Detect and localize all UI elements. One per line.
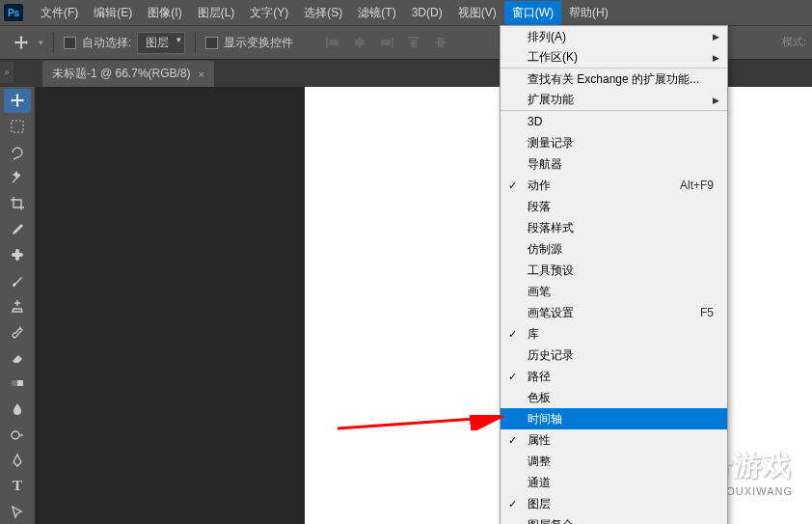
healing-tool[interactable] [4,243,31,267]
menu-item-label: 库 [528,326,539,343]
menu-3d[interactable]: 3D(D) [404,2,450,23]
svg-rect-1 [329,40,338,45]
menu-item-5[interactable]: 测量记录 [501,132,727,153]
svg-rect-4 [392,38,393,47]
menu-item-6[interactable]: 导航器 [501,153,727,175]
menu-window[interactable]: 窗口(W) [504,1,561,25]
menu-item-label: 排列(A) [528,29,566,45]
menu-item-10[interactable]: 仿制源 [501,238,727,260]
menu-item-2[interactable]: 查找有关 Exchange 的扩展功能... [501,69,727,90]
align-vcenter-icon [430,32,451,53]
svg-rect-7 [411,40,417,47]
check-icon: ✓ [508,498,517,510]
blur-tool[interactable] [4,398,31,422]
menu-item-label: 画笔设置 [528,305,574,321]
move-tool-icon [10,31,33,54]
gradient-tool[interactable] [4,372,31,396]
menu-item-label: 测量记录 [528,135,574,152]
menu-type[interactable]: 文字(Y) [242,1,296,25]
clone-stamp-tool[interactable] [4,294,31,318]
menu-item-9[interactable]: 段落样式 [501,217,727,238]
menu-item-7[interactable]: ✓动作Alt+F9 [501,175,727,196]
path-select-tool[interactable] [4,500,31,524]
menu-item-4[interactable]: 3D [501,111,727,132]
dodge-tool[interactable] [4,423,31,447]
shortcut-label: F5 [700,306,714,319]
menu-item-14[interactable]: ✓库 [501,323,727,345]
submenu-arrow-icon: ▶ [713,32,719,41]
menu-item-13[interactable]: 画笔设置F5 [501,302,727,323]
svg-rect-14 [12,380,17,386]
menu-item-1[interactable]: 工作区(K)▶ [501,47,727,69]
menu-item-12[interactable]: 画笔 [501,281,727,302]
menu-item-15[interactable]: 历史记录 [501,345,727,366]
menu-image[interactable]: 图像(I) [140,1,189,25]
pen-tool[interactable] [4,449,31,473]
document-tab[interactable]: 未标题-1 @ 66.7%(RGB/8) × [42,61,214,87]
menubar: Ps 文件(F) 编辑(E) 图像(I) 图层(L) 文字(Y) 选择(S) 滤… [0,0,812,25]
menu-item-3[interactable]: 扩展功能▶ [501,90,727,111]
menu-item-21[interactable]: 通道 [501,472,727,493]
menu-item-20[interactable]: 调整 [501,451,727,472]
eraser-tool[interactable] [4,345,31,370]
brush-tool[interactable] [4,268,31,292]
menu-view[interactable]: 视图(V) [450,1,504,25]
align-top-icon [403,32,424,53]
menu-item-22[interactable]: ✓图层 [501,493,727,514]
menu-item-label: 通道 [528,475,551,491]
menu-item-label: 段落 [528,199,551,215]
auto-select-label: 自动选择: [82,35,131,51]
magic-wand-tool[interactable] [4,166,31,190]
menu-item-8[interactable]: 段落 [501,196,727,217]
show-transform-checkbox[interactable] [205,37,218,49]
menu-item-0[interactable]: 排列(A)▶ [501,26,727,47]
divider [53,32,54,53]
menu-item-label: 工具预设 [528,262,574,279]
menu-filter[interactable]: 滤镜(T) [350,1,403,25]
move-tool[interactable] [4,89,31,113]
menu-layer[interactable]: 图层(L) [190,1,243,25]
marquee-tool[interactable] [4,115,31,139]
svg-rect-0 [326,38,328,47]
eyedropper-tool[interactable] [4,217,31,241]
menu-item-18[interactable]: 时间轴 [501,408,727,429]
menu-item-label: 动作 [528,178,551,194]
close-icon[interactable]: × [199,69,204,80]
ps-logo: Ps [4,4,23,21]
menu-item-label: 属性 [528,432,551,449]
crop-tool[interactable] [4,192,31,216]
panel-collapse-handle[interactable]: » [0,62,14,83]
menu-item-label: 色板 [528,390,551,406]
menu-item-17[interactable]: 色板 [501,387,727,408]
check-icon: ✓ [508,434,517,447]
check-icon: ✓ [508,328,517,341]
layer-select-dropdown[interactable]: 图层 [137,32,185,54]
lasso-tool[interactable] [4,140,31,164]
svg-rect-10 [12,121,23,132]
menu-item-label: 图层 [528,496,551,512]
svg-rect-12 [15,249,19,261]
align-hcenter-icon [349,32,370,53]
menu-item-label: 路径 [528,369,551,385]
type-tool[interactable]: T [4,475,31,499]
history-brush-tool[interactable] [4,320,31,345]
show-transform-label: 显示变换控件 [224,35,293,51]
menu-item-label: 画笔 [528,284,551,300]
menu-item-label: 图层复合 [528,517,574,525]
divider [195,32,196,53]
menu-edit[interactable]: 编辑(E) [86,1,140,25]
auto-select-checkbox[interactable] [64,37,76,49]
menu-item-label: 扩展功能 [528,92,574,108]
menu-item-label: 调整 [528,454,551,470]
svg-rect-6 [408,37,420,39]
menu-help[interactable]: 帮助(H) [561,1,616,25]
menu-item-23[interactable]: 图层复合 [501,514,727,524]
menu-select[interactable]: 选择(S) [296,1,350,25]
menu-file[interactable]: 文件(F) [33,1,86,25]
menu-item-label: 查找有关 Exchange 的扩展功能... [528,71,699,88]
menu-item-label: 工作区(K) [528,49,578,66]
check-icon: ✓ [508,179,517,192]
menu-item-11[interactable]: 工具预设 [501,260,727,281]
menu-item-19[interactable]: ✓属性 [501,429,727,451]
menu-item-16[interactable]: ✓路径 [501,366,727,387]
